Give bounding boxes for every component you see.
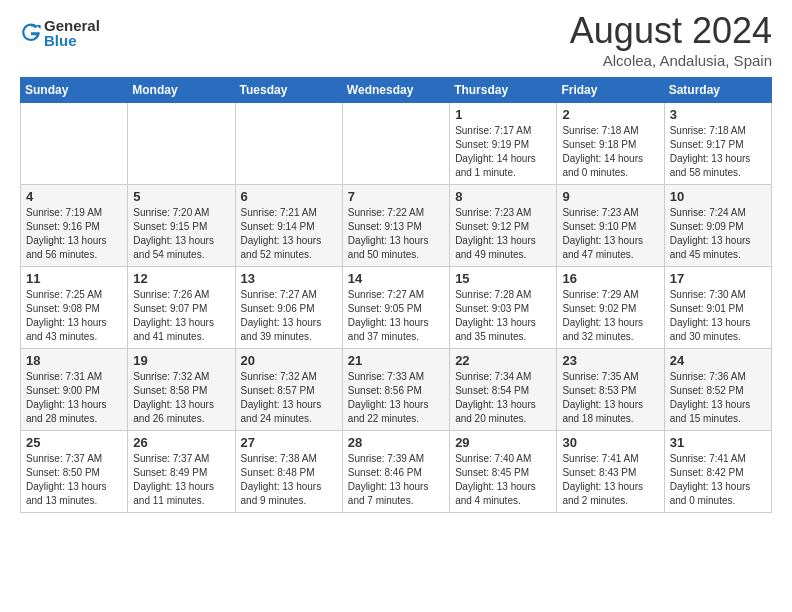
day-info: Sunrise: 7:25 AM Sunset: 9:08 PM Dayligh…	[26, 288, 122, 344]
calendar-week-row: 18Sunrise: 7:31 AM Sunset: 9:00 PM Dayli…	[21, 349, 772, 431]
calendar-week-row: 25Sunrise: 7:37 AM Sunset: 8:50 PM Dayli…	[21, 431, 772, 513]
day-number: 3	[670, 107, 766, 122]
day-info: Sunrise: 7:27 AM Sunset: 9:06 PM Dayligh…	[241, 288, 337, 344]
day-number: 28	[348, 435, 444, 450]
day-number: 19	[133, 353, 229, 368]
day-info: Sunrise: 7:17 AM Sunset: 9:19 PM Dayligh…	[455, 124, 551, 180]
calendar-cell: 1Sunrise: 7:17 AM Sunset: 9:19 PM Daylig…	[450, 103, 557, 185]
col-friday: Friday	[557, 78, 664, 103]
day-number: 16	[562, 271, 658, 286]
title-section: August 2024 Alcolea, Andalusia, Spain	[570, 10, 772, 69]
day-number: 30	[562, 435, 658, 450]
calendar-cell: 30Sunrise: 7:41 AM Sunset: 8:43 PM Dayli…	[557, 431, 664, 513]
main-title: August 2024	[570, 10, 772, 52]
day-info: Sunrise: 7:21 AM Sunset: 9:14 PM Dayligh…	[241, 206, 337, 262]
day-number: 5	[133, 189, 229, 204]
calendar-cell: 9Sunrise: 7:23 AM Sunset: 9:10 PM Daylig…	[557, 185, 664, 267]
calendar-cell: 12Sunrise: 7:26 AM Sunset: 9:07 PM Dayli…	[128, 267, 235, 349]
calendar-cell: 26Sunrise: 7:37 AM Sunset: 8:49 PM Dayli…	[128, 431, 235, 513]
col-sunday: Sunday	[21, 78, 128, 103]
calendar-cell: 11Sunrise: 7:25 AM Sunset: 9:08 PM Dayli…	[21, 267, 128, 349]
day-info: Sunrise: 7:40 AM Sunset: 8:45 PM Dayligh…	[455, 452, 551, 508]
day-info: Sunrise: 7:41 AM Sunset: 8:43 PM Dayligh…	[562, 452, 658, 508]
day-info: Sunrise: 7:32 AM Sunset: 8:57 PM Dayligh…	[241, 370, 337, 426]
day-info: Sunrise: 7:32 AM Sunset: 8:58 PM Dayligh…	[133, 370, 229, 426]
col-saturday: Saturday	[664, 78, 771, 103]
calendar-cell: 6Sunrise: 7:21 AM Sunset: 9:14 PM Daylig…	[235, 185, 342, 267]
calendar-cell: 4Sunrise: 7:19 AM Sunset: 9:16 PM Daylig…	[21, 185, 128, 267]
day-number: 1	[455, 107, 551, 122]
logo-icon	[20, 22, 42, 44]
day-info: Sunrise: 7:30 AM Sunset: 9:01 PM Dayligh…	[670, 288, 766, 344]
calendar-cell: 7Sunrise: 7:22 AM Sunset: 9:13 PM Daylig…	[342, 185, 449, 267]
logo-general-text: General	[44, 18, 100, 33]
day-number: 6	[241, 189, 337, 204]
day-info: Sunrise: 7:23 AM Sunset: 9:10 PM Dayligh…	[562, 206, 658, 262]
calendar-cell	[128, 103, 235, 185]
calendar-cell: 29Sunrise: 7:40 AM Sunset: 8:45 PM Dayli…	[450, 431, 557, 513]
day-info: Sunrise: 7:27 AM Sunset: 9:05 PM Dayligh…	[348, 288, 444, 344]
day-number: 29	[455, 435, 551, 450]
day-number: 17	[670, 271, 766, 286]
calendar-cell: 22Sunrise: 7:34 AM Sunset: 8:54 PM Dayli…	[450, 349, 557, 431]
day-number: 20	[241, 353, 337, 368]
calendar-cell: 13Sunrise: 7:27 AM Sunset: 9:06 PM Dayli…	[235, 267, 342, 349]
calendar-cell: 10Sunrise: 7:24 AM Sunset: 9:09 PM Dayli…	[664, 185, 771, 267]
day-info: Sunrise: 7:18 AM Sunset: 9:17 PM Dayligh…	[670, 124, 766, 180]
calendar-cell: 14Sunrise: 7:27 AM Sunset: 9:05 PM Dayli…	[342, 267, 449, 349]
day-info: Sunrise: 7:31 AM Sunset: 9:00 PM Dayligh…	[26, 370, 122, 426]
day-info: Sunrise: 7:35 AM Sunset: 8:53 PM Dayligh…	[562, 370, 658, 426]
subtitle: Alcolea, Andalusia, Spain	[570, 52, 772, 69]
day-number: 7	[348, 189, 444, 204]
col-monday: Monday	[128, 78, 235, 103]
calendar-cell	[235, 103, 342, 185]
logo-blue-text: Blue	[44, 33, 100, 48]
day-number: 10	[670, 189, 766, 204]
day-info: Sunrise: 7:41 AM Sunset: 8:42 PM Dayligh…	[670, 452, 766, 508]
day-number: 23	[562, 353, 658, 368]
day-number: 8	[455, 189, 551, 204]
day-info: Sunrise: 7:37 AM Sunset: 8:49 PM Dayligh…	[133, 452, 229, 508]
day-info: Sunrise: 7:20 AM Sunset: 9:15 PM Dayligh…	[133, 206, 229, 262]
logo: General Blue	[20, 18, 100, 48]
calendar-cell: 5Sunrise: 7:20 AM Sunset: 9:15 PM Daylig…	[128, 185, 235, 267]
calendar-week-row: 4Sunrise: 7:19 AM Sunset: 9:16 PM Daylig…	[21, 185, 772, 267]
calendar-cell: 31Sunrise: 7:41 AM Sunset: 8:42 PM Dayli…	[664, 431, 771, 513]
day-info: Sunrise: 7:23 AM Sunset: 9:12 PM Dayligh…	[455, 206, 551, 262]
calendar-header-row: Sunday Monday Tuesday Wednesday Thursday…	[21, 78, 772, 103]
day-info: Sunrise: 7:34 AM Sunset: 8:54 PM Dayligh…	[455, 370, 551, 426]
calendar-cell	[342, 103, 449, 185]
col-wednesday: Wednesday	[342, 78, 449, 103]
day-info: Sunrise: 7:39 AM Sunset: 8:46 PM Dayligh…	[348, 452, 444, 508]
col-tuesday: Tuesday	[235, 78, 342, 103]
calendar-cell: 21Sunrise: 7:33 AM Sunset: 8:56 PM Dayli…	[342, 349, 449, 431]
day-number: 22	[455, 353, 551, 368]
calendar-cell: 28Sunrise: 7:39 AM Sunset: 8:46 PM Dayli…	[342, 431, 449, 513]
day-info: Sunrise: 7:33 AM Sunset: 8:56 PM Dayligh…	[348, 370, 444, 426]
day-number: 18	[26, 353, 122, 368]
day-info: Sunrise: 7:22 AM Sunset: 9:13 PM Dayligh…	[348, 206, 444, 262]
calendar: Sunday Monday Tuesday Wednesday Thursday…	[20, 77, 772, 513]
day-info: Sunrise: 7:18 AM Sunset: 9:18 PM Dayligh…	[562, 124, 658, 180]
day-info: Sunrise: 7:19 AM Sunset: 9:16 PM Dayligh…	[26, 206, 122, 262]
calendar-cell: 27Sunrise: 7:38 AM Sunset: 8:48 PM Dayli…	[235, 431, 342, 513]
day-info: Sunrise: 7:26 AM Sunset: 9:07 PM Dayligh…	[133, 288, 229, 344]
day-info: Sunrise: 7:37 AM Sunset: 8:50 PM Dayligh…	[26, 452, 122, 508]
day-number: 24	[670, 353, 766, 368]
calendar-cell: 3Sunrise: 7:18 AM Sunset: 9:17 PM Daylig…	[664, 103, 771, 185]
day-number: 9	[562, 189, 658, 204]
header-section: General Blue August 2024 Alcolea, Andalu…	[20, 10, 772, 69]
day-number: 15	[455, 271, 551, 286]
calendar-cell: 18Sunrise: 7:31 AM Sunset: 9:00 PM Dayli…	[21, 349, 128, 431]
calendar-week-row: 1Sunrise: 7:17 AM Sunset: 9:19 PM Daylig…	[21, 103, 772, 185]
calendar-cell: 2Sunrise: 7:18 AM Sunset: 9:18 PM Daylig…	[557, 103, 664, 185]
calendar-cell: 20Sunrise: 7:32 AM Sunset: 8:57 PM Dayli…	[235, 349, 342, 431]
day-info: Sunrise: 7:29 AM Sunset: 9:02 PM Dayligh…	[562, 288, 658, 344]
day-number: 21	[348, 353, 444, 368]
day-number: 13	[241, 271, 337, 286]
calendar-cell: 15Sunrise: 7:28 AM Sunset: 9:03 PM Dayli…	[450, 267, 557, 349]
calendar-week-row: 11Sunrise: 7:25 AM Sunset: 9:08 PM Dayli…	[21, 267, 772, 349]
calendar-cell: 25Sunrise: 7:37 AM Sunset: 8:50 PM Dayli…	[21, 431, 128, 513]
calendar-cell: 24Sunrise: 7:36 AM Sunset: 8:52 PM Dayli…	[664, 349, 771, 431]
calendar-cell: 23Sunrise: 7:35 AM Sunset: 8:53 PM Dayli…	[557, 349, 664, 431]
